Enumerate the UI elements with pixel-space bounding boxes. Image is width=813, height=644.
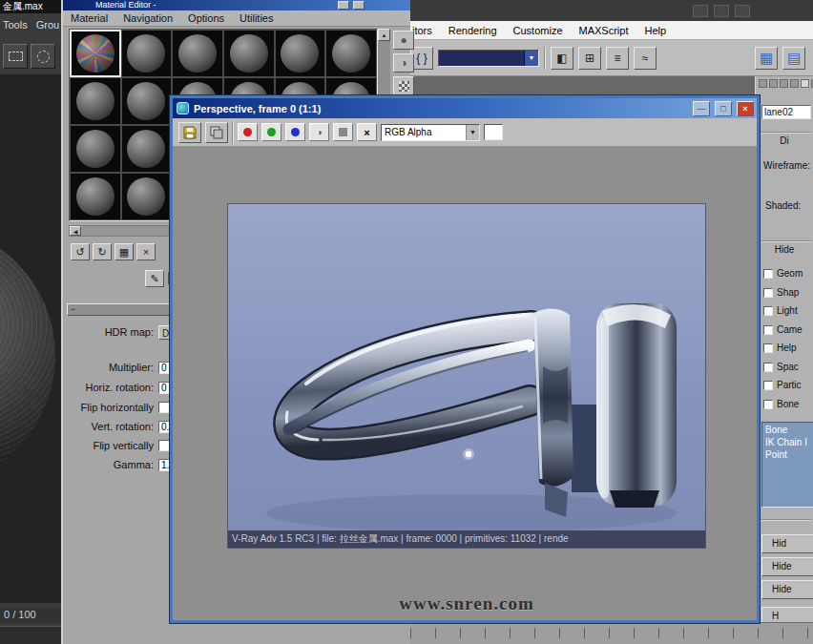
get-material-icon[interactable]: ↺ <box>71 243 90 260</box>
save-bitmap-icon[interactable] <box>178 122 201 143</box>
material-slot[interactable] <box>121 125 173 173</box>
background-color-swatch[interactable] <box>484 124 503 140</box>
channel-mode-combo[interactable]: RGB Alpha ▼ <box>381 124 480 141</box>
menu-customize[interactable]: Customize <box>513 25 563 36</box>
category-label: Partic <box>777 380 802 390</box>
multiplier-label: Multiplier: <box>63 362 158 373</box>
checkbox-geometry[interactable] <box>763 269 773 279</box>
minimize-button[interactable]: — <box>693 101 710 116</box>
menu-tools[interactable]: Tools <box>3 19 28 32</box>
material-slot[interactable] <box>121 173 173 220</box>
checkbox-space-warps[interactable] <box>763 363 773 372</box>
chevron-down-icon[interactable]: ▼ <box>524 51 538 66</box>
menu-utilities[interactable]: Utilities <box>240 12 273 24</box>
hide-unselected-button[interactable]: Hide <box>761 557 813 576</box>
hide-selected-button[interactable]: Hid <box>761 534 813 553</box>
flip-vertical-label: Flip vertically <box>63 440 158 451</box>
monochrome-button[interactable]: ◑ <box>309 123 329 141</box>
menu-rendering[interactable]: Rendering <box>448 25 497 36</box>
list-item[interactable]: Point <box>765 448 813 461</box>
menu-help[interactable]: Help <box>644 25 666 36</box>
green-channel-button[interactable] <box>261 123 281 141</box>
minimize-button[interactable] <box>338 1 349 10</box>
mirror-icon[interactable]: ◧ <box>551 47 573 70</box>
checkbox-helpers[interactable] <box>763 343 773 353</box>
track-bar[interactable] <box>406 622 813 644</box>
scroll-up-icon[interactable]: ▲ <box>378 29 390 41</box>
checkbox-lights[interactable] <box>763 306 773 316</box>
named-selection-combo[interactable]: ▼ <box>438 50 539 67</box>
menu-maxscript[interactable]: MAXScript <box>579 25 629 36</box>
flip-vertical-checkbox[interactable] <box>158 440 170 451</box>
flip-horizontal-checkbox[interactable] <box>158 402 170 413</box>
material-slot[interactable] <box>70 77 121 125</box>
tab-hierarchy[interactable] <box>780 79 788 88</box>
material-sphere <box>281 34 319 73</box>
hide-by-name-button[interactable]: Hide <box>761 580 813 599</box>
menu-material[interactable]: Material <box>71 12 108 24</box>
material-slot[interactable] <box>223 30 275 77</box>
tab-modify[interactable] <box>769 79 778 88</box>
tab-display[interactable] <box>801 79 809 88</box>
chevron-down-icon[interactable]: ▼ <box>466 125 479 140</box>
clear-button[interactable]: × <box>357 123 377 141</box>
alpha-channel-button[interactable] <box>333 123 353 141</box>
material-slot[interactable] <box>275 30 326 77</box>
close-button[interactable] <box>353 1 365 10</box>
curve-editor-icon[interactable]: ≈ <box>634 47 657 70</box>
material-slot[interactable] <box>325 30 377 77</box>
scroll-left-icon[interactable]: ◀ <box>70 226 81 236</box>
clear-x-icon: × <box>364 127 369 138</box>
material-slot[interactable] <box>70 125 121 173</box>
reset-map-icon[interactable]: ↻ <box>93 243 112 260</box>
pick-material-icon[interactable]: ✎ <box>145 270 164 287</box>
menu-group[interactable]: Grou <box>36 19 59 32</box>
menu-navigation[interactable]: Navigation <box>123 12 173 24</box>
toolbar-icon[interactable] <box>693 5 708 17</box>
tab-create[interactable] <box>759 79 767 88</box>
material-slot[interactable] <box>172 30 223 77</box>
delete-icon[interactable]: × <box>136 243 156 260</box>
material-toolbar: ↺ ↻ ▦ × <box>71 243 156 260</box>
list-item[interactable]: IK Chain I <box>765 436 813 448</box>
main-menubar: itors Rendering Customize MAXScript Help <box>406 21 813 40</box>
close-button[interactable]: × <box>737 101 754 116</box>
layers-icon[interactable]: ≡ <box>606 47 629 70</box>
channel-mode-value: RGB Alpha <box>385 127 431 137</box>
sample-type-icon[interactable]: ● <box>393 31 414 50</box>
schematic-view-icon[interactable]: ▦ <box>755 47 778 70</box>
rect-select-region-button[interactable] <box>3 44 28 69</box>
material-slot[interactable] <box>121 77 173 125</box>
category-listbox[interactable]: Bone IK Chain I Point <box>761 422 813 508</box>
menu-graph-editors[interactable]: itors <box>412 25 432 36</box>
menu-options[interactable]: Options <box>188 12 224 24</box>
circle-select-region-button[interactable] <box>31 44 55 69</box>
toolbar-icon[interactable] <box>735 5 750 17</box>
checkbox-bones[interactable] <box>763 400 773 409</box>
list-item[interactable]: Bone <box>765 424 813 436</box>
blue-channel-button[interactable] <box>285 123 305 141</box>
horiz-rotation-label: Horiz. rotation: <box>63 382 158 393</box>
material-slot-active[interactable] <box>70 30 121 77</box>
checkbox-cameras[interactable] <box>763 325 773 335</box>
show-map-icon[interactable]: ▦ <box>115 243 134 260</box>
toolbar-icon[interactable] <box>714 5 729 17</box>
align-icon[interactable]: ⊞ <box>578 47 601 70</box>
clone-buffer-icon[interactable] <box>205 122 228 143</box>
rendered-image[interactable]: V-Ray Adv 1.5 RC3 | file: 拉丝金属.max | fra… <box>227 203 706 549</box>
background-checker-icon[interactable] <box>393 76 414 95</box>
material-slot[interactable] <box>121 30 173 77</box>
category-row: Spac <box>763 361 799 373</box>
object-name-field[interactable]: lane02 <box>761 105 811 119</box>
material-slot[interactable] <box>70 173 121 220</box>
checkbox-particles[interactable] <box>763 381 773 390</box>
checkbox-shapes[interactable] <box>763 288 773 298</box>
maximize-button[interactable]: □ <box>715 101 732 116</box>
divider <box>758 240 811 241</box>
render-window-titlebar[interactable]: Perspective, frame 0 (1:1) — □ × <box>173 98 757 118</box>
backlight-icon[interactable]: ◑ <box>393 53 414 73</box>
red-channel-button[interactable] <box>238 123 258 141</box>
render-setup-icon[interactable]: ▤ <box>782 47 805 70</box>
tab-motion[interactable] <box>790 79 799 88</box>
left-viewport[interactable] <box>0 74 61 603</box>
